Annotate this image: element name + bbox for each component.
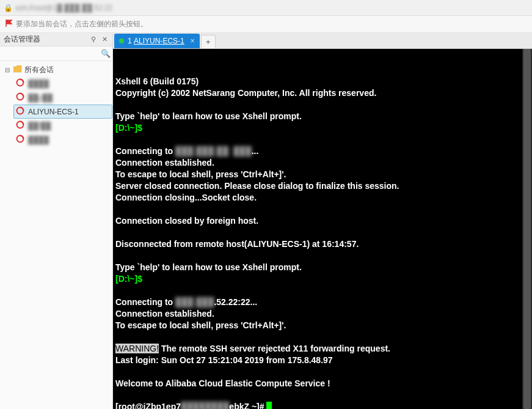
content-area: 1 ALIYUN-ECS-1 × + Xshell 6 (Build 0175)… [113, 33, 532, 409]
session-label: ██f██ [28, 122, 51, 130]
terminal-line [115, 331, 530, 343]
session-label: ████ [28, 79, 49, 88]
close-panel-icon[interactable]: ✕ [100, 35, 109, 43]
session-tree: ⊟ 所有会话 ██████y██ALIYUN-ECS-1██f██████ [0, 61, 112, 149]
search-icon[interactable]: 🔍 [99, 49, 112, 58]
terminal-line [115, 389, 530, 401]
terminal-line: WARNING! The remote SSH server rejected … [115, 343, 530, 355]
new-tab-button[interactable]: + [201, 35, 216, 48]
terminal-line: Welcome to Alibaba Cloud Elastic Compute… [115, 378, 530, 389]
session-manager-panel: 会话管理器 ⚲ ✕ 🔍 ⊟ 所有会话 ██████y██ALIYUN-ECS-1… [0, 33, 113, 409]
terminal-line [115, 285, 530, 297]
terminal-line: To escape to local shell, press 'Ctrl+Al… [115, 320, 530, 331]
sidebar-search: 🔍 [0, 46, 112, 61]
tab-active[interactable]: 1 ALIYUN-ECS-1 × [114, 34, 200, 48]
terminal-line [115, 99, 530, 111]
tree-root-label: 所有会话 [24, 65, 54, 75]
cursor [266, 402, 272, 409]
terminal-line: Xshell 6 (Build 0175) [115, 76, 530, 87]
terminal-line: Type `help' to learn how to use Xshell p… [115, 262, 530, 273]
terminal-line: Server closed connection. Please close d… [115, 180, 530, 192]
folder-icon [13, 65, 22, 75]
tab-close-icon[interactable]: × [191, 37, 195, 45]
sidebar-header: 会话管理器 ⚲ ✕ [0, 33, 112, 46]
session-icon [16, 120, 24, 131]
terminal-line: Connection closed by foreign host. [115, 215, 530, 227]
terminal-line: [D:\~]$ [115, 122, 530, 134]
session-label: ALIYUN-ECS-1 [28, 108, 79, 116]
session-icon [16, 106, 24, 117]
terminal-line: To escape to local shell, press 'Ctrl+Al… [115, 169, 530, 180]
terminal-line: [root@iZbp1ep7████████ebkZ ~]# [115, 401, 530, 409]
session-item[interactable]: ████ [13, 76, 112, 90]
search-input[interactable] [0, 46, 99, 61]
session-icon [16, 78, 24, 89]
sidebar-title: 会话管理器 [4, 34, 40, 45]
terminal-line: Connection established. [115, 157, 530, 169]
session-icon [16, 134, 24, 145]
session-item[interactable]: ALIYUN-ECS-1 [13, 105, 112, 119]
terminal-line: Type `help' to learn how to use Xshell p… [115, 111, 530, 122]
pin-icon[interactable]: ⚲ [89, 35, 98, 43]
terminal-line [115, 366, 530, 378]
address-bar[interactable]: 🔒 ssh://root@1█.███.██.52:22 [0, 0, 532, 16]
tab-index: 1 [128, 37, 132, 45]
hint-text: 要添加当前会话，点击左侧的箭头按钮。 [16, 19, 148, 29]
terminal-line: Connection established. [115, 308, 530, 320]
terminal-line [115, 250, 530, 262]
terminal-line: [D:\~]$ [115, 273, 530, 285]
terminal-line: Disconnected from remote host(ALIYUN-ECS… [115, 238, 530, 250]
expand-icon[interactable]: ⊟ [4, 67, 11, 73]
terminal-line: Connecting to ███.███.52.22:22... [115, 297, 530, 308]
session-label: ██y██ [28, 94, 53, 102]
terminal-line [115, 227, 530, 238]
tree-root[interactable]: ⊟ 所有会话 [0, 64, 112, 76]
terminal-line: Connection closing...Socket close. [115, 192, 530, 204]
terminal-line [115, 134, 530, 146]
hint-bar: 要添加当前会话，点击左侧的箭头按钮。 [0, 16, 532, 33]
session-icon [16, 92, 24, 103]
connection-status-icon [119, 39, 124, 43]
session-label: ████ [28, 136, 49, 144]
terminal-line: Copyright (c) 2002 NetSarang Computer, I… [115, 87, 530, 99]
session-item[interactable]: ████ [13, 133, 112, 147]
terminal-line: Connecting to ███.███.██ ███... [115, 146, 530, 157]
lock-icon: 🔒 [4, 4, 13, 12]
tab-title: ALIYUN-ECS-1 [134, 37, 184, 45]
session-item[interactable]: ██f██ [13, 119, 112, 133]
tab-bar: 1 ALIYUN-ECS-1 × + [113, 33, 532, 49]
terminal-line [115, 204, 530, 215]
terminal[interactable]: Xshell 6 (Build 0175)Copyright (c) 2002 … [113, 49, 532, 409]
terminal-line: Last login: Sun Oct 27 15:21:04 2019 fro… [115, 355, 530, 366]
terminal-scrollbar[interactable] [522, 49, 532, 409]
flag-icon [5, 19, 13, 29]
address-text: ssh://root@1█.███.██.52:22 [15, 4, 112, 12]
session-item[interactable]: ██y██ [13, 90, 112, 105]
